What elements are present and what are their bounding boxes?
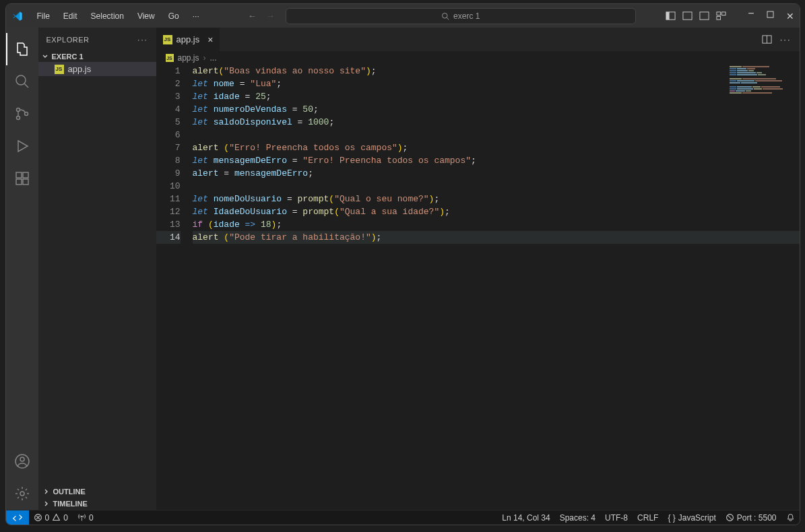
breadcrumb[interactable]: JS app.js › ...: [156, 51, 800, 65]
vscode-logo-icon: [11, 10, 24, 22]
status-encoding[interactable]: UTF-8: [600, 513, 633, 523]
svg-point-22: [20, 457, 24, 461]
activity-bar: [6, 28, 38, 510]
svg-line-31: [728, 515, 732, 520]
chevron-down-icon: [41, 53, 49, 61]
layout-panel-bottom-icon[interactable]: [682, 11, 693, 21]
file-name: app.js: [68, 64, 92, 74]
code-content[interactable]: alert("Boas vindas ao nosso site");let n…: [193, 65, 800, 510]
project-name: EXERC 1: [52, 53, 84, 61]
activity-explorer-icon[interactable]: [6, 33, 38, 65]
svg-rect-18: [16, 179, 22, 185]
menu-more[interactable]: ···: [187, 9, 205, 24]
menu-file[interactable]: File: [32, 9, 55, 24]
activity-search-icon[interactable]: [6, 65, 38, 98]
titlebar: File Edit Selection View Go ··· ← → exer…: [6, 4, 800, 28]
activity-extensions-icon[interactable]: [6, 162, 38, 195]
layout-panel-right-icon[interactable]: [699, 11, 709, 21]
outline-label: OUTLINE: [53, 488, 86, 496]
braces-icon: { }: [668, 513, 675, 523]
broadcast-icon: [726, 513, 734, 522]
activity-settings-icon[interactable]: [6, 477, 38, 510]
error-count: 0: [45, 513, 50, 523]
search-icon: [441, 12, 449, 20]
status-eol[interactable]: CRLF: [633, 513, 663, 523]
window-minimize-icon[interactable]: −: [748, 11, 754, 22]
chevron-right-icon: [42, 488, 51, 496]
project-root[interactable]: EXERC 1: [38, 51, 156, 62]
svg-point-12: [16, 75, 26, 85]
svg-rect-19: [23, 179, 28, 185]
svg-point-23: [20, 492, 24, 496]
nav-arrows: ← →: [248, 11, 275, 21]
layout-controls: [666, 11, 726, 21]
layout-customize-icon[interactable]: [716, 11, 726, 21]
explorer-title: EXPLORER: [46, 36, 90, 44]
svg-rect-20: [23, 172, 28, 178]
menu-selection[interactable]: Selection: [86, 9, 129, 24]
explorer-sidebar: EXPLORER ··· EXERC 1 JS app.js OUTLINE T…: [38, 28, 156, 510]
bell-icon: [786, 513, 795, 522]
tab-more-icon[interactable]: ···: [780, 34, 792, 44]
main-area: EXPLORER ··· EXERC 1 JS app.js OUTLINE T…: [6, 28, 800, 510]
svg-point-16: [24, 112, 28, 116]
breadcrumb-sep: ›: [203, 53, 206, 63]
tab-app-js[interactable]: JS app.js ×: [156, 28, 221, 51]
remote-indicator[interactable]: [6, 510, 29, 525]
tab-close-icon[interactable]: ×: [207, 34, 213, 45]
search-text: exerc 1: [453, 11, 480, 21]
layout-panel-left-icon[interactable]: [666, 11, 676, 21]
svg-line-13: [24, 84, 28, 88]
svg-rect-9: [722, 12, 726, 15]
split-editor-icon[interactable]: [762, 34, 772, 44]
svg-point-14: [16, 108, 20, 112]
svg-line-1: [447, 18, 449, 20]
status-liveserver[interactable]: Port : 5500: [721, 513, 781, 523]
js-file-icon: JS: [166, 54, 174, 62]
svg-rect-17: [16, 172, 22, 178]
status-spaces[interactable]: Spaces: 4: [555, 513, 600, 523]
svg-point-15: [16, 117, 20, 120]
explorer-more-icon[interactable]: ···: [137, 36, 148, 44]
timeline-label: TIMELINE: [53, 500, 88, 508]
minimap[interactable]: [730, 66, 797, 86]
tab-label: app.js: [176, 34, 200, 44]
timeline-panel[interactable]: TIMELINE: [38, 498, 156, 510]
outline-panel[interactable]: OUTLINE: [38, 486, 156, 498]
activity-account-icon[interactable]: [6, 445, 38, 477]
line-gutter: 1234567891011121314: [156, 65, 193, 510]
editor-group: JS app.js × ··· JS app.js › ... 12345678…: [156, 28, 800, 510]
status-language[interactable]: { } JavaScript: [663, 513, 720, 523]
status-ports[interactable]: 0: [73, 510, 98, 525]
breadcrumb-more: ...: [210, 53, 217, 63]
file-app-js[interactable]: JS app.js: [38, 62, 156, 76]
js-file-icon: JS: [163, 35, 172, 44]
svg-point-29: [81, 516, 82, 517]
code-editor[interactable]: 1234567891011121314 alert("Boas vindas a…: [156, 65, 800, 510]
status-notifications[interactable]: [781, 513, 800, 522]
svg-rect-8: [717, 12, 721, 15]
nav-back-icon[interactable]: ←: [248, 11, 257, 21]
window-close-icon[interactable]: ✕: [786, 11, 794, 22]
activity-run-debug-icon[interactable]: [6, 130, 38, 162]
svg-point-0: [443, 13, 448, 18]
nav-forward-icon[interactable]: →: [266, 11, 275, 21]
menu-edit[interactable]: Edit: [58, 9, 83, 24]
radio-tower-icon: [77, 513, 86, 522]
breadcrumb-file: app.js: [178, 53, 199, 63]
vscode-window: File Edit Selection View Go ··· ← → exer…: [5, 3, 800, 525]
warning-icon: [52, 513, 61, 522]
menu-go[interactable]: Go: [163, 9, 185, 24]
svg-rect-11: [767, 11, 773, 18]
window-maximize-icon[interactable]: [767, 11, 774, 18]
command-center-search[interactable]: exerc 1: [286, 8, 636, 24]
activity-source-control-icon[interactable]: [6, 98, 38, 130]
tab-bar: JS app.js × ···: [156, 28, 800, 51]
menu-view[interactable]: View: [132, 9, 160, 24]
status-lncol[interactable]: Ln 14, Col 34: [497, 513, 554, 523]
ports-count: 0: [89, 513, 94, 523]
status-problems[interactable]: 0 0: [29, 510, 73, 525]
js-file-icon: JS: [55, 65, 64, 74]
error-icon: [34, 513, 42, 522]
explorer-header: EXPLORER ···: [38, 28, 156, 51]
